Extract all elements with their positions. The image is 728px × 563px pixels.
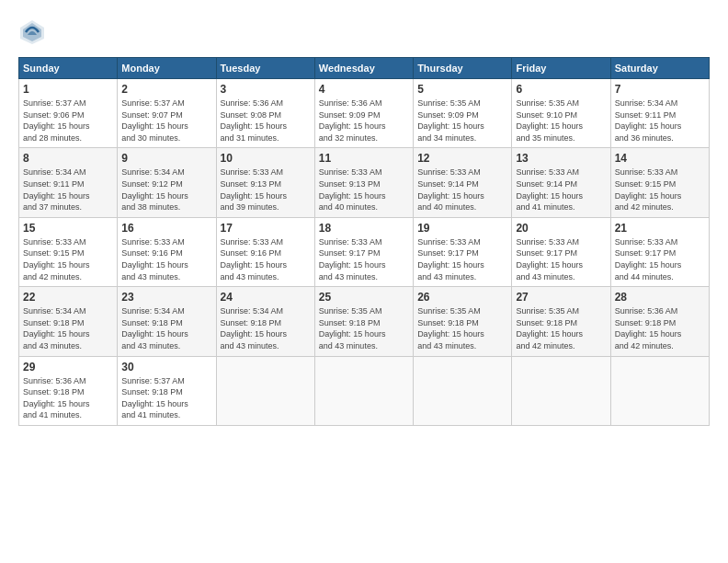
day-info: Sunrise: 5:34 AM Sunset: 9:18 PM Dayligh… [121,305,211,351]
table-row: 3Sunrise: 5:36 AM Sunset: 9:08 PM Daylig… [216,79,314,148]
day-info: Sunrise: 5:35 AM Sunset: 9:10 PM Dayligh… [516,98,606,144]
day-number: 27 [516,291,606,304]
header-row: Sunday Monday Tuesday Wednesday Thursday… [19,58,710,79]
table-row: 7Sunrise: 5:34 AM Sunset: 9:11 PM Daylig… [610,79,709,148]
table-row [512,356,610,425]
day-info: Sunrise: 5:35 AM Sunset: 9:09 PM Dayligh… [417,98,507,144]
day-info: Sunrise: 5:35 AM Sunset: 9:18 PM Dayligh… [516,305,606,351]
day-number: 25 [319,291,409,304]
day-info: Sunrise: 5:36 AM Sunset: 9:18 PM Dayligh… [23,375,113,421]
table-row: 20Sunrise: 5:33 AM Sunset: 9:17 PM Dayli… [512,217,610,286]
logo [18,18,50,46]
day-number: 12 [417,152,507,165]
day-info: Sunrise: 5:34 AM Sunset: 9:18 PM Dayligh… [23,305,113,351]
day-number: 2 [121,83,211,96]
day-number: 13 [516,152,606,165]
col-wednesday: Wednesday [314,58,413,79]
day-info: Sunrise: 5:33 AM Sunset: 9:15 PM Dayligh… [615,167,705,213]
table-row: 17Sunrise: 5:33 AM Sunset: 9:16 PM Dayli… [216,217,314,286]
day-number: 21 [615,222,705,235]
table-row: 28Sunrise: 5:36 AM Sunset: 9:18 PM Dayli… [610,287,709,356]
day-info: Sunrise: 5:33 AM Sunset: 9:16 PM Dayligh… [221,236,311,282]
day-number: 16 [121,222,211,235]
table-row: 30Sunrise: 5:37 AM Sunset: 9:18 PM Dayli… [118,356,216,425]
day-info: Sunrise: 5:33 AM Sunset: 9:13 PM Dayligh… [221,167,311,213]
calendar-row: 1Sunrise: 5:37 AM Sunset: 9:06 PM Daylig… [19,79,710,148]
table-row: 8Sunrise: 5:34 AM Sunset: 9:11 PM Daylig… [19,148,118,217]
col-tuesday: Tuesday [216,58,314,79]
table-row: 29Sunrise: 5:36 AM Sunset: 9:18 PM Dayli… [19,356,118,425]
day-info: Sunrise: 5:33 AM Sunset: 9:16 PM Dayligh… [121,236,211,282]
table-row [414,356,512,425]
logo-icon [18,18,46,46]
day-info: Sunrise: 5:36 AM Sunset: 9:09 PM Dayligh… [319,98,409,144]
day-info: Sunrise: 5:34 AM Sunset: 9:11 PM Dayligh… [23,167,113,213]
day-number: 5 [417,83,507,96]
day-number: 10 [221,152,311,165]
table-row [216,356,314,425]
day-number: 28 [615,291,705,304]
day-number: 15 [23,222,113,235]
table-row: 16Sunrise: 5:33 AM Sunset: 9:16 PM Dayli… [118,217,216,286]
col-friday: Friday [512,58,610,79]
table-row: 2Sunrise: 5:37 AM Sunset: 9:07 PM Daylig… [118,79,216,148]
table-row: 13Sunrise: 5:33 AM Sunset: 9:14 PM Dayli… [512,148,610,217]
day-number: 17 [221,222,311,235]
table-row: 19Sunrise: 5:33 AM Sunset: 9:17 PM Dayli… [414,217,512,286]
col-thursday: Thursday [414,58,512,79]
header [18,18,710,46]
day-info: Sunrise: 5:34 AM Sunset: 9:12 PM Dayligh… [121,167,211,213]
day-info: Sunrise: 5:35 AM Sunset: 9:18 PM Dayligh… [417,305,507,351]
day-info: Sunrise: 5:33 AM Sunset: 9:17 PM Dayligh… [319,236,409,282]
day-number: 24 [221,291,311,304]
day-number: 6 [516,83,606,96]
day-number: 8 [23,152,113,165]
table-row: 9Sunrise: 5:34 AM Sunset: 9:12 PM Daylig… [118,148,216,217]
table-row: 24Sunrise: 5:34 AM Sunset: 9:18 PM Dayli… [216,287,314,356]
col-saturday: Saturday [610,58,709,79]
day-info: Sunrise: 5:36 AM Sunset: 9:18 PM Dayligh… [615,305,705,351]
day-number: 29 [23,361,113,373]
calendar-row: 22Sunrise: 5:34 AM Sunset: 9:18 PM Dayli… [19,287,710,356]
table-row: 18Sunrise: 5:33 AM Sunset: 9:17 PM Dayli… [314,217,413,286]
day-info: Sunrise: 5:35 AM Sunset: 9:18 PM Dayligh… [319,305,409,351]
table-row: 1Sunrise: 5:37 AM Sunset: 9:06 PM Daylig… [19,79,118,148]
table-row [314,356,413,425]
table-row: 21Sunrise: 5:33 AM Sunset: 9:17 PM Dayli… [610,217,709,286]
day-info: Sunrise: 5:34 AM Sunset: 9:18 PM Dayligh… [221,305,311,351]
day-info: Sunrise: 5:37 AM Sunset: 9:07 PM Dayligh… [121,98,211,144]
table-row: 22Sunrise: 5:34 AM Sunset: 9:18 PM Dayli… [19,287,118,356]
day-number: 23 [121,291,211,304]
table-row: 15Sunrise: 5:33 AM Sunset: 9:15 PM Dayli… [19,217,118,286]
col-sunday: Sunday [19,58,118,79]
day-info: Sunrise: 5:33 AM Sunset: 9:14 PM Dayligh… [516,167,606,213]
calendar-row: 15Sunrise: 5:33 AM Sunset: 9:15 PM Dayli… [19,217,710,286]
table-row: 11Sunrise: 5:33 AM Sunset: 9:13 PM Dayli… [314,148,413,217]
day-number: 18 [319,222,409,235]
day-info: Sunrise: 5:33 AM Sunset: 9:17 PM Dayligh… [516,236,606,282]
day-info: Sunrise: 5:36 AM Sunset: 9:08 PM Dayligh… [221,98,311,144]
table-row: 6Sunrise: 5:35 AM Sunset: 9:10 PM Daylig… [512,79,610,148]
day-number: 1 [23,83,113,96]
day-info: Sunrise: 5:34 AM Sunset: 9:11 PM Dayligh… [615,98,705,144]
table-row: 12Sunrise: 5:33 AM Sunset: 9:14 PM Dayli… [414,148,512,217]
day-info: Sunrise: 5:33 AM Sunset: 9:15 PM Dayligh… [23,236,113,282]
table-row: 14Sunrise: 5:33 AM Sunset: 9:15 PM Dayli… [610,148,709,217]
table-row: 4Sunrise: 5:36 AM Sunset: 9:09 PM Daylig… [314,79,413,148]
table-row: 5Sunrise: 5:35 AM Sunset: 9:09 PM Daylig… [414,79,512,148]
col-monday: Monday [118,58,216,79]
day-number: 7 [615,83,705,96]
day-number: 11 [319,152,409,165]
day-info: Sunrise: 5:33 AM Sunset: 9:13 PM Dayligh… [319,167,409,213]
day-number: 4 [319,83,409,96]
day-number: 14 [615,152,705,165]
day-number: 3 [221,83,311,96]
table-row: 23Sunrise: 5:34 AM Sunset: 9:18 PM Dayli… [118,287,216,356]
table-row: 10Sunrise: 5:33 AM Sunset: 9:13 PM Dayli… [216,148,314,217]
day-info: Sunrise: 5:37 AM Sunset: 9:18 PM Dayligh… [121,375,211,421]
calendar-page: Sunday Monday Tuesday Wednesday Thursday… [0,0,728,563]
table-row: 27Sunrise: 5:35 AM Sunset: 9:18 PM Dayli… [512,287,610,356]
day-number: 9 [121,152,211,165]
calendar-row: 29Sunrise: 5:36 AM Sunset: 9:18 PM Dayli… [19,356,710,425]
day-info: Sunrise: 5:33 AM Sunset: 9:17 PM Dayligh… [417,236,507,282]
